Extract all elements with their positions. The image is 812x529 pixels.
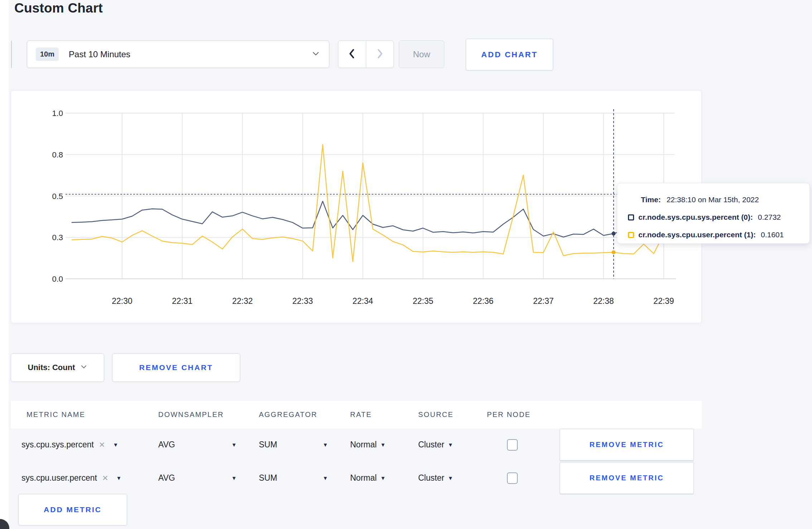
per-node-checkbox[interactable] — [507, 472, 518, 484]
x-tick-label: 22:30 — [112, 296, 132, 306]
source-select-value: Cluster — [418, 473, 444, 483]
clear-metric-icon[interactable]: ✕ — [99, 441, 105, 449]
series-cr.node.sys.cpu.user.percent — [72, 145, 674, 262]
toolbar-divider — [11, 40, 12, 68]
dropdown-caret-icon: ▼ — [323, 475, 328, 481]
y-tick-label: 0.3 — [52, 233, 63, 242]
column-header: DOWNSAMPLER — [158, 411, 259, 419]
tooltip-time-label: Time: — [641, 195, 661, 204]
x-tick-label: 22:33 — [293, 296, 313, 306]
metric-row: sys.cpu.user.percent✕▼AVG▼SUM▼Normal▼Clu… — [21, 462, 702, 494]
downsampler-select-value: AVG — [158, 473, 175, 483]
tooltip-series-name: cr.node.sys.cpu.sys.percent (0): — [638, 213, 753, 222]
metrics-table-header: METRIC NAMEDOWNSAMPLERAGGREGATORRATESOUR… — [11, 401, 702, 428]
series-cr.node.sys.cpu.sys.percent — [72, 201, 674, 237]
time-nav-group — [338, 40, 394, 68]
column-header: METRIC NAME — [21, 411, 158, 419]
downsampler-select[interactable]: AVG▼ — [158, 440, 259, 450]
tooltip-time-value: 22:38:10 on Mar 15th, 2022 — [667, 195, 759, 204]
y-tick-label: 0.5 — [52, 192, 63, 201]
dropdown-caret-icon: ▼ — [231, 475, 237, 481]
dropdown-caret-icon: ▼ — [113, 442, 119, 447]
add-metric-label: ADD METRIC — [44, 505, 102, 514]
chevron-down-icon — [312, 50, 320, 59]
x-tick-label: 22:39 — [653, 296, 674, 306]
dropdown-caret-icon: ▼ — [448, 442, 453, 447]
aggregator-select-value: SUM — [259, 440, 277, 450]
remove-metric-button[interactable]: REMOVE METRIC — [560, 429, 694, 461]
tooltip-series-value: 0.2732 — [758, 213, 781, 222]
dropdown-caret-icon: ▼ — [380, 442, 386, 447]
downsampler-select[interactable]: AVG▼ — [158, 473, 259, 483]
prev-time-button[interactable] — [338, 41, 366, 68]
metric-name-select[interactable]: sys.cpu.user.percent✕▼ — [21, 473, 158, 483]
tooltip-series-name: cr.node.sys.cpu.user.percent (1): — [638, 230, 756, 239]
source-select[interactable]: Cluster▼ — [418, 440, 487, 450]
tooltip-series-row: cr.node.sys.cpu.user.percent (1):0.1601 — [628, 228, 801, 242]
remove-metric-cell: REMOVE METRIC — [549, 462, 694, 494]
x-tick-label: 22:31 — [172, 296, 193, 306]
chevron-right-icon — [375, 48, 385, 60]
chevron-left-icon — [347, 48, 357, 60]
remove-metric-button[interactable]: REMOVE METRIC — [560, 462, 694, 494]
x-tick-label: 22:37 — [533, 296, 554, 306]
source-select[interactable]: Cluster▼ — [418, 473, 487, 483]
left-gutter — [0, 0, 9, 529]
series-swatch-icon — [628, 232, 634, 238]
rate-select-value: Normal — [350, 473, 377, 483]
remove-chart-label: REMOVE CHART — [139, 363, 213, 372]
next-time-button[interactable] — [366, 41, 394, 68]
tooltip-series-row: cr.node.sys.cpu.sys.percent (0):0.2732 — [628, 210, 801, 224]
hover-point — [612, 250, 615, 254]
per-node-cell — [487, 439, 549, 451]
dropdown-caret-icon: ▼ — [231, 442, 237, 447]
column-header: PER NODE — [487, 411, 549, 419]
dropdown-caret-icon: ▼ — [116, 475, 122, 481]
x-tick-label: 22:36 — [473, 296, 494, 306]
remove-metric-label: REMOVE METRIC — [590, 474, 664, 482]
units-label: Units: Count — [28, 363, 75, 372]
rate-select[interactable]: Normal▼ — [350, 473, 418, 483]
cpu-line-chart[interactable]: 22:3022:3122:3222:3322:3422:3522:3622:37… — [11, 91, 702, 324]
x-tick-label: 22:32 — [232, 296, 253, 306]
per-node-checkbox[interactable] — [507, 439, 518, 451]
x-tick-label: 22:35 — [413, 296, 434, 306]
add-chart-label: ADD CHART — [481, 50, 538, 59]
tooltip-series-value: 0.1601 — [761, 230, 784, 239]
remove-metric-cell: REMOVE METRIC — [549, 429, 694, 461]
metric-name-select[interactable]: sys.cpu.sys.percent✕▼ — [21, 440, 158, 450]
time-range-select[interactable]: 10m Past 10 Minutes — [27, 40, 329, 68]
x-tick-label: 22:34 — [353, 296, 373, 306]
column-header: AGGREGATOR — [259, 411, 350, 419]
column-header: SOURCE — [418, 411, 487, 419]
now-button[interactable]: Now — [399, 40, 444, 68]
units-select[interactable]: Units: Count — [11, 353, 104, 382]
time-range-badge: 10m — [36, 48, 59, 61]
add-metric-button[interactable]: ADD METRIC — [18, 494, 127, 525]
y-tick-label: 1.0 — [52, 109, 63, 118]
aggregator-select-value: SUM — [259, 473, 277, 483]
dropdown-caret-icon: ▼ — [323, 442, 328, 447]
aggregator-select[interactable]: SUM▼ — [259, 473, 350, 483]
metric-row: sys.cpu.sys.percent✕▼AVG▼SUM▼Normal▼Clus… — [21, 428, 702, 461]
rate-select[interactable]: Normal▼ — [350, 440, 418, 450]
dropdown-caret-icon: ▼ — [380, 475, 386, 481]
remove-chart-button[interactable]: REMOVE CHART — [112, 353, 240, 382]
aggregator-select[interactable]: SUM▼ — [259, 440, 350, 450]
downsampler-select-value: AVG — [158, 440, 175, 450]
chevron-down-icon — [81, 364, 87, 372]
remove-metric-label: REMOVE METRIC — [590, 441, 664, 449]
dropdown-caret-icon: ▼ — [448, 475, 453, 481]
page-title: Custom Chart — [14, 1, 103, 16]
metrics-table-rows: sys.cpu.sys.percent✕▼AVG▼SUM▼Normal▼Clus… — [11, 428, 702, 495]
add-chart-button[interactable]: ADD CHART — [466, 39, 553, 71]
rate-select-value: Normal — [350, 440, 377, 450]
y-tick-label: 0.8 — [52, 150, 63, 159]
hover-point — [612, 232, 615, 236]
chart-hover-tooltip: Time: 22:38:10 on Mar 15th, 2022 cr.node… — [617, 183, 810, 244]
metric-name: sys.cpu.user.percent — [21, 473, 97, 483]
per-node-cell — [487, 472, 549, 484]
x-tick-label: 22:38 — [593, 296, 614, 306]
clear-metric-icon[interactable]: ✕ — [102, 474, 108, 482]
y-tick-label: 0.0 — [52, 275, 63, 283]
